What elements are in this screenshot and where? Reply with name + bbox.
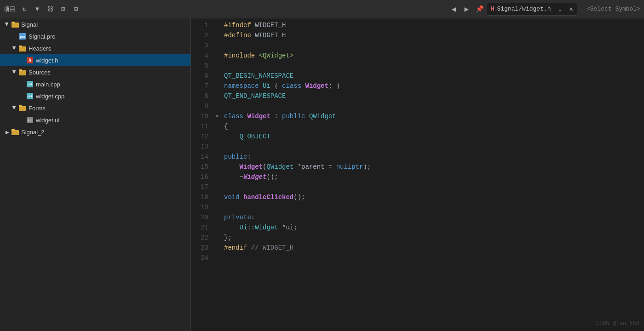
token: // WIDGET_H bbox=[247, 243, 293, 253]
svg-text:ui: ui bbox=[28, 118, 31, 122]
fold-21 bbox=[214, 223, 220, 233]
code-line-7: namespace Ui { class Widget; } bbox=[224, 81, 644, 91]
file-tree-sidebar: ▶ Signal ▶ pro Signal.pro ▶ bbox=[0, 18, 191, 331]
token: Widget bbox=[240, 162, 263, 172]
nav-pin-button[interactable]: 📌 bbox=[474, 4, 485, 15]
select-symbol[interactable]: <Select Symbol> bbox=[586, 6, 640, 12]
code-line-9 bbox=[224, 101, 644, 111]
tree-label-widget-ui: widget.ui bbox=[36, 117, 59, 124]
token bbox=[305, 111, 309, 121]
ln-22: 22 bbox=[191, 233, 208, 243]
token: WIDGET_H bbox=[251, 20, 286, 30]
ln-2: 2 bbox=[191, 30, 208, 40]
tree-item-widget-h[interactable]: ▶ h widget.h bbox=[0, 54, 190, 66]
ln-5: 5 bbox=[191, 61, 208, 71]
tree-item-main-cpp[interactable]: ▶ c++ main.cpp bbox=[0, 78, 190, 90]
ln-24: 24 bbox=[191, 253, 208, 263]
ln-21: 21 bbox=[191, 223, 208, 233]
tree-label-forms: Forms bbox=[29, 105, 46, 112]
token bbox=[240, 192, 243, 202]
file-tab-close-button[interactable]: ✕ bbox=[569, 5, 573, 13]
ln-7: 7 bbox=[191, 81, 208, 91]
ln-10: 10 bbox=[191, 111, 208, 121]
fold-7 bbox=[214, 81, 220, 91]
fold-14 bbox=[214, 152, 220, 162]
token: ( bbox=[263, 162, 266, 172]
fold-10[interactable]: ▼ bbox=[214, 111, 220, 121]
ln-23: 23 bbox=[191, 243, 208, 253]
token bbox=[301, 81, 305, 91]
token: Widget bbox=[243, 172, 266, 182]
svg-rect-9 bbox=[19, 69, 22, 71]
add-file-icon[interactable]: ⊞ bbox=[58, 4, 68, 14]
file-tab-icon: H bbox=[491, 6, 494, 12]
code-line-18: void handleClicked(); bbox=[224, 192, 644, 202]
fold-15 bbox=[214, 162, 220, 172]
expand-arrow-headers: ▶ bbox=[11, 45, 18, 52]
token: Q_OBJECT bbox=[240, 131, 270, 142]
token: :: bbox=[247, 223, 255, 233]
fold-3 bbox=[214, 40, 220, 51]
code-line-13 bbox=[224, 142, 644, 152]
token: : bbox=[251, 212, 255, 223]
tree-item-headers[interactable]: ▶ Headers bbox=[0, 42, 190, 54]
nav-back-button[interactable]: ◀ bbox=[448, 4, 459, 15]
token bbox=[243, 111, 247, 121]
token: nullptr bbox=[336, 162, 363, 172]
fold-2 bbox=[214, 30, 220, 40]
file-icon-widget-cpp: c++ bbox=[26, 92, 34, 100]
ln-13: 13 bbox=[191, 142, 208, 152]
code-editor[interactable]: 1 2 3 4 5 6 7 8 9 10 11 12 13 14 15 16 1… bbox=[191, 18, 644, 331]
token: public bbox=[282, 111, 305, 121]
tree-item-widget-cpp[interactable]: ▶ c++ widget.cpp bbox=[0, 90, 190, 102]
tree-item-forms[interactable]: ▶ Forms bbox=[0, 102, 190, 114]
fold-8 bbox=[214, 91, 220, 101]
token: namespace bbox=[224, 81, 259, 91]
token: <QWidget> bbox=[259, 51, 294, 61]
expand-arrow-forms: ▶ bbox=[11, 104, 18, 112]
tab-dropdown-icon[interactable]: ⌄ bbox=[556, 5, 565, 14]
code-line-5 bbox=[224, 61, 644, 71]
tree-item-signal[interactable]: ▶ Signal bbox=[0, 18, 190, 30]
ln-20: 20 bbox=[191, 212, 208, 223]
code-line-21: Ui::Widget *ui; bbox=[224, 223, 644, 233]
line-numbers: 1 2 3 4 5 6 7 8 9 10 11 12 13 14 15 16 1… bbox=[191, 20, 214, 331]
token bbox=[259, 81, 263, 91]
token: : bbox=[270, 111, 282, 121]
folder-icon-sources bbox=[18, 68, 27, 76]
ln-6: 6 bbox=[191, 71, 208, 81]
toolbar: 项目 ⇅ ▼ ⛓ ⊞ ⊡ ◀ ▶ 📌 H Signal/widget.h ⌄ ✕… bbox=[0, 0, 644, 18]
token: { bbox=[270, 81, 282, 91]
sort-icon[interactable]: ⇅ bbox=[19, 4, 29, 14]
code-line-17 bbox=[224, 182, 644, 192]
file-tab[interactable]: H Signal/widget.h ⌄ ✕ bbox=[487, 3, 577, 16]
tree-item-widget-ui[interactable]: ▶ ui widget.ui bbox=[0, 114, 190, 126]
svg-text:c++: c++ bbox=[27, 95, 32, 98]
tree-item-signal2[interactable]: ▶ Signal_2 bbox=[0, 126, 190, 138]
tree-label-signal-pro: Signal.pro bbox=[29, 33, 56, 40]
filter-icon[interactable]: ▼ bbox=[32, 4, 42, 14]
tree-item-sources[interactable]: ▶ Sources bbox=[0, 66, 190, 78]
ln-19: 19 bbox=[191, 202, 208, 212]
link-icon[interactable]: ⛓ bbox=[45, 4, 55, 14]
ln-9: 9 bbox=[191, 101, 208, 111]
code-line-15: Widget(QWidget *parent = nullptr); bbox=[224, 162, 644, 172]
fold-9 bbox=[214, 101, 220, 111]
tree-item-signal-pro[interactable]: ▶ pro Signal.pro bbox=[0, 30, 190, 42]
token: ); bbox=[363, 162, 371, 172]
code-line-3 bbox=[224, 40, 644, 51]
token: (); bbox=[266, 172, 278, 182]
fold-13 bbox=[214, 142, 220, 152]
nav-forward-button[interactable]: ▶ bbox=[461, 4, 472, 15]
ln-4: 4 bbox=[191, 51, 208, 61]
svg-text:c++: c++ bbox=[27, 83, 32, 86]
code-line-16: ~Widget(); bbox=[224, 172, 644, 182]
folder-icon-signal bbox=[11, 20, 19, 29]
expand-arrow-signal: ▶ bbox=[4, 21, 11, 28]
layout-icon[interactable]: ⊡ bbox=[71, 4, 81, 14]
ln-12: 12 bbox=[191, 131, 208, 142]
code-line-24 bbox=[224, 253, 644, 263]
fold-4 bbox=[214, 51, 220, 61]
token: { bbox=[224, 121, 228, 131]
code-line-8: QT_END_NAMESPACE bbox=[224, 91, 644, 101]
